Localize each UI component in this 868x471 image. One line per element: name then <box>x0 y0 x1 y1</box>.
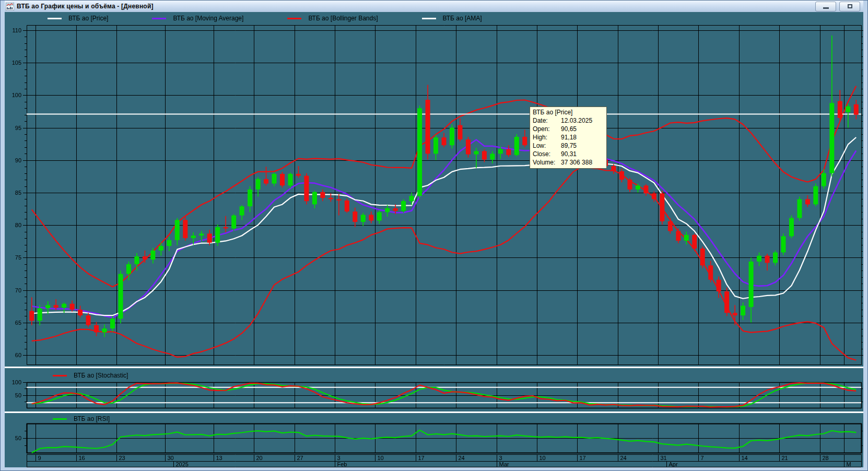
price-chart-canvas[interactable] <box>5 12 863 467</box>
chart-client-area: ВТБ ао [Price] ВТБ ао [Moving Average] В… <box>5 12 863 467</box>
stochastic-swatch <box>53 375 67 376</box>
legend-label-rsi: ВТБ ао [RSI] <box>74 415 110 422</box>
price-tooltip: ВТБ ао [Price] Date:12.03.2025 Open:90,6… <box>530 107 607 169</box>
rsi-legend: ВТБ ао [RSI] <box>53 414 110 423</box>
legend-label-moving-average: ВТБ ао [Moving Average] <box>173 15 243 22</box>
stochastic-legend: ВТБ ао [Stochastic] <box>53 371 128 380</box>
legend-item-ama: ВТБ ао [AMA] <box>422 15 482 22</box>
tooltip-row-volume: Volume:37 306 388 <box>533 158 604 167</box>
tooltip-title: ВТБ ао [Price] <box>533 108 604 116</box>
window-title: ВТБ ао График цены и объёма - [Дневной] <box>17 3 813 10</box>
ama-swatch <box>422 18 436 19</box>
legend-item-bollinger: ВТБ ао [Bollinger Bands] <box>287 15 378 22</box>
legend-label-stochastic: ВТБ ао [Stochastic] <box>74 372 128 379</box>
window-icon chart-icon <box>6 3 14 10</box>
tooltip-row-high: High:91,18 <box>533 133 604 142</box>
legend-label-price: ВТБ ао [Price] <box>68 15 108 22</box>
tooltip-row-close: Close:90,31 <box>533 150 604 158</box>
moving-average-swatch <box>152 18 166 19</box>
price-series-swatch <box>48 18 62 19</box>
legend-label-ama: ВТБ ао [AMA] <box>443 15 482 22</box>
titlebar[interactable]: ВТБ ао График цены и объёма - [Дневной] <box>5 1 863 12</box>
window-controls <box>815 2 860 11</box>
legend-item-price: ВТБ ао [Price] <box>48 15 108 22</box>
legend-item-rsi: ВТБ ао [RSI] <box>53 415 110 422</box>
tooltip-row-low: Low:89,75 <box>533 142 604 150</box>
minimize-icon <box>823 7 829 9</box>
rsi-swatch <box>53 418 67 420</box>
app-window: ВТБ ао График цены и объёма - [Дневной] … <box>0 0 868 471</box>
main-chart-legend: ВТБ ао [Price] ВТБ ао [Moving Average] В… <box>48 14 482 23</box>
tooltip-row-open: Open:90,65 <box>533 125 604 133</box>
tooltip-row-date: Date:12.03.2025 <box>533 116 604 125</box>
restore-icon <box>848 4 852 8</box>
legend-label-bollinger: ВТБ ао [Bollinger Bands] <box>308 15 378 22</box>
legend-item-stochastic: ВТБ ао [Stochastic] <box>53 372 128 379</box>
bollinger-swatch <box>287 18 301 19</box>
minimize-button[interactable] <box>815 2 836 11</box>
legend-item-moving-average: ВТБ ао [Moving Average] <box>152 15 243 22</box>
restore-button[interactable] <box>839 2 860 11</box>
